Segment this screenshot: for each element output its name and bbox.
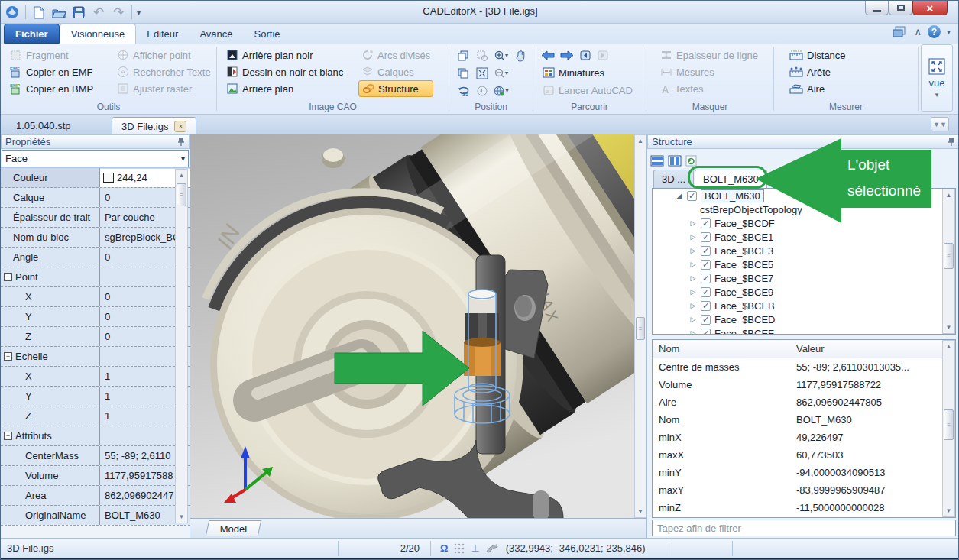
grid-mode-icon[interactable] — [454, 543, 465, 554]
refresh-icon[interactable] — [685, 155, 697, 167]
property-row[interactable]: X1 — [1, 367, 190, 387]
zoom-out-icon[interactable]: ▾ — [492, 65, 510, 81]
property-row[interactable]: Épaisseur de traitPar couche — [1, 208, 190, 228]
checkbox-checked[interactable]: ✓ — [701, 287, 711, 297]
pan-hand-icon[interactable] — [511, 47, 530, 63]
scrollbar-thumb[interactable]: ≡ — [177, 183, 186, 206]
scroll-up-icon[interactable]: ▲ — [943, 341, 954, 352]
expander-open-icon[interactable]: ◢ — [676, 192, 683, 199]
scroll-down-icon[interactable]: ▼ — [943, 322, 954, 333]
property-row[interactable]: Calque0 — [1, 188, 190, 208]
scroll-up-icon[interactable]: ▲ — [176, 170, 187, 181]
property-row[interactable]: Angle0 — [1, 248, 190, 267]
copy-bmp-button[interactable]: BMP Copier en BMP — [7, 80, 96, 97]
property-row[interactable]: X0 — [1, 287, 190, 307]
tree-face-row[interactable]: ▷✓Face_$BCE7 — [653, 271, 955, 285]
calques-button[interactable]: Calques — [358, 63, 433, 80]
collapse-group-icon[interactable]: − — [4, 273, 12, 281]
tree-face-row[interactable]: ▷✓Face_$BCE5 — [653, 257, 955, 271]
textes-button[interactable]: A Textes — [657, 80, 761, 97]
checkbox-checked[interactable]: ✓ — [701, 315, 711, 325]
undo-button[interactable]: ↶ — [90, 4, 107, 21]
checkbox-checked[interactable]: ✓ — [701, 246, 711, 256]
draw-style-icon[interactable] — [486, 543, 498, 553]
table-row[interactable]: maxX60,773503 — [653, 446, 955, 464]
tab-sortie[interactable]: Sortie — [244, 24, 291, 44]
lancer-autocad-button[interactable]: a Lancer AutoCAD — [539, 82, 636, 99]
fit-extents-icon[interactable] — [473, 65, 491, 81]
ortho-mode-icon[interactable]: ⊥ — [471, 542, 479, 554]
checkbox-checked[interactable]: ✓ — [687, 191, 697, 201]
tree-face-row[interactable]: ▷✓Face_$BCED — [653, 312, 955, 326]
arete-button[interactable]: Arête — [786, 63, 849, 80]
scroll-down-icon[interactable]: ▼ — [635, 506, 646, 517]
structure-button[interactable]: Structure — [358, 80, 433, 97]
app-logo-icon[interactable] — [4, 4, 21, 21]
checkbox-checked[interactable]: ✓ — [701, 301, 711, 311]
tab-avance[interactable]: Avancé — [189, 24, 243, 44]
ajuster-raster-button[interactable]: Ajuster raster — [114, 80, 214, 97]
tree-face-row[interactable]: ▷✓Face_$BCEB — [653, 299, 955, 312]
new-file-button[interactable] — [31, 4, 47, 21]
collapse-ribbon-icon[interactable]: ∧ — [914, 26, 922, 37]
forward-arrow-icon[interactable] — [560, 50, 574, 60]
property-row[interactable]: OriginalNameBOLT_M630 — [1, 506, 190, 526]
checkbox-checked[interactable]: ✓ — [701, 329, 711, 335]
properties-scrollbar[interactable]: ▲ ≡ ▼ — [175, 169, 188, 523]
arcs-divises-button[interactable]: Arcs divisés — [358, 47, 433, 63]
tab-editeur[interactable]: Editeur — [136, 24, 189, 44]
property-row[interactable]: Y0 — [1, 307, 190, 327]
split-columns-icon[interactable] — [668, 155, 682, 167]
switch-windows-icon[interactable] — [893, 26, 908, 38]
zoom-window-icon[interactable] — [473, 47, 491, 63]
arriere-plan-noir-button[interactable]: Arrière plan noir — [223, 47, 346, 63]
table-row[interactable]: Aire862,096902447805 — [653, 393, 955, 411]
scroll-down-icon[interactable]: ▼ — [176, 511, 187, 523]
checkbox-checked[interactable]: ✓ — [701, 260, 711, 270]
3d-model-canvas[interactable]: IN MAX — [190, 134, 634, 518]
back-arrow-icon[interactable] — [541, 50, 555, 60]
tree-face-row[interactable]: ▷✓Face_$BCE1 — [653, 230, 955, 244]
minimize-button[interactable] — [865, 1, 889, 15]
expander-closed-icon[interactable]: ▷ — [689, 316, 697, 323]
copy-emf-button[interactable]: EMF Copier en EMF — [7, 63, 96, 80]
epaisseur-ligne-button[interactable]: Epaisseur de ligne — [657, 47, 761, 63]
viewport-scrollbar[interactable]: ▲ ≡ ▼ — [634, 134, 646, 518]
doc-tab-stp[interactable]: 1.05.040.stp — [7, 117, 80, 134]
bolt-m630[interactable] — [464, 290, 501, 376]
miniatures-button[interactable]: Miniatures — [539, 64, 607, 81]
pin-icon[interactable] — [177, 137, 185, 147]
tile-windows-icon[interactable] — [454, 65, 472, 81]
property-row[interactable]: Z1 — [1, 406, 190, 426]
tab-list-chevron-icon[interactable]: ▼▼ — [931, 117, 949, 131]
expander-closed-icon[interactable]: ▷ — [689, 288, 697, 296]
scroll-up-icon[interactable]: ▲ — [635, 135, 646, 147]
property-row[interactable]: Nom du blocsgBrepBlock_BC — [1, 228, 190, 248]
checkbox-checked[interactable]: ✓ — [701, 218, 711, 228]
collapse-group-icon[interactable]: − — [4, 352, 12, 361]
scrollbar-thumb[interactable]: ≡ — [944, 243, 954, 269]
property-group-row[interactable]: −Attributs — [1, 426, 190, 446]
model-tab[interactable]: Model — [206, 520, 262, 536]
table-row[interactable]: Centre de masses55; -89; 2,61103013035..… — [653, 358, 955, 376]
page-next-icon[interactable] — [597, 50, 609, 61]
cascade-windows-icon[interactable] — [454, 47, 472, 63]
scrollbar-thumb[interactable]: ≡ — [636, 317, 645, 340]
mesures-button[interactable]: Mesures — [657, 63, 761, 80]
property-group-row[interactable]: −Point — [1, 267, 190, 287]
tree-face-row[interactable]: ▷✓Face_$BCE3 — [653, 244, 955, 257]
tree-face-row[interactable]: ▷✓Face_$BCE9 — [653, 285, 955, 299]
property-row[interactable]: Y1 — [1, 387, 190, 406]
checkbox-checked[interactable]: ✓ — [701, 232, 711, 242]
previous-view-icon[interactable] — [473, 83, 491, 99]
table-row[interactable]: Volume1177,95917588722 — [653, 376, 955, 393]
property-row[interactable]: Couleur 244,24 ▾ — [1, 168, 190, 188]
table-row[interactable]: minZ-11,5000000000028 — [653, 499, 955, 516]
table-row[interactable]: minX49,226497 — [653, 429, 955, 446]
rotate-3d-icon[interactable]: 35 — [454, 83, 472, 99]
tab-visionneuse[interactable]: Visionneuse — [60, 24, 137, 44]
maximize-button[interactable] — [889, 1, 912, 15]
doc-tab-igs[interactable]: 3D File.igs × — [112, 117, 196, 134]
split-rows-icon[interactable] — [650, 155, 664, 167]
expander-closed-icon[interactable]: ▷ — [689, 247, 697, 254]
